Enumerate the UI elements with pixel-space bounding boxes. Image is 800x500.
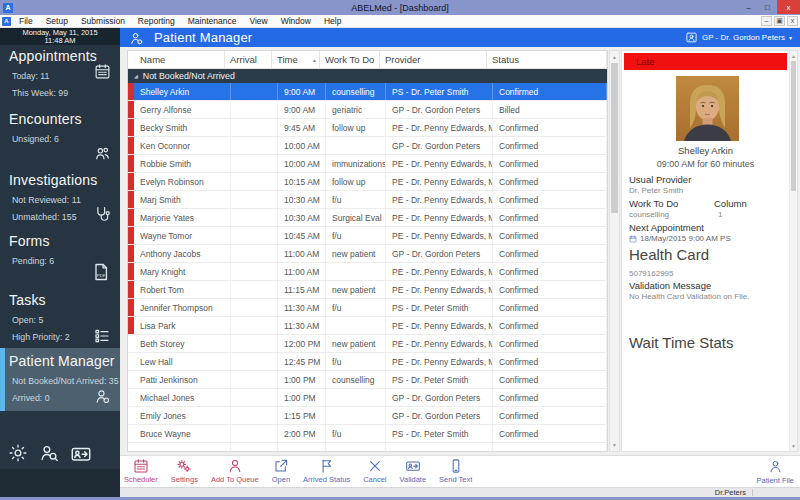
toolbar-validate-button[interactable]: Validate	[400, 458, 427, 484]
cell-status: Confirmed	[493, 317, 607, 334]
column-header-work-to-do[interactable]: Work To Do	[320, 51, 380, 68]
sidebar-item-investigations[interactable]: InvestigationsNot Reviewed: 11Unmatched:…	[0, 172, 120, 222]
menu-setup[interactable]: Setup	[46, 16, 68, 26]
detail-scrollbar[interactable]: ▲ ▼	[789, 51, 797, 451]
table-row[interactable]: Evelyn Robinson10:15 AMfollow upPE - Dr.…	[128, 173, 607, 191]
cell-arrival	[231, 227, 278, 244]
sidebar-item-encounters[interactable]: EncountersUnsigned: 6	[0, 111, 120, 144]
toolbar-button-label: Open	[272, 475, 290, 484]
cell-arrival	[231, 191, 278, 208]
cell-work-to-do: immunizations	[326, 155, 386, 172]
cell-status: Billed	[493, 101, 607, 118]
toolbar-cancel-button[interactable]: Cancel	[363, 458, 386, 484]
patient-manager-icon	[129, 29, 144, 47]
table-row[interactable]: Michael Jones1:00 PMGP - Dr. Gordon Pete…	[128, 389, 607, 407]
cell-time: 9:00 AM	[278, 101, 326, 118]
detail-scroll-up-icon[interactable]: ▲	[790, 53, 797, 59]
cell-work-to-do: f/u	[326, 353, 386, 370]
cell-arrival	[231, 389, 278, 406]
menu-reporting[interactable]: Reporting	[138, 16, 175, 26]
scroll-thumb[interactable]	[611, 63, 618, 213]
minimize-button[interactable]: –	[739, 0, 758, 14]
detail-scroll-thumb[interactable]	[791, 61, 796, 191]
table-row[interactable]: Robbie Smith10:00 AMimmunizationsPE - Dr…	[128, 155, 607, 173]
column-header-time[interactable]: Time▴	[272, 51, 320, 68]
column-header-status[interactable]: Status	[487, 51, 607, 68]
menu-submission[interactable]: Submission	[81, 16, 125, 26]
table-row[interactable]: Marj Smith10:30 AMf/uPE - Dr. Penny Edwa…	[128, 191, 607, 209]
table-row[interactable]: Becky Smith9:45 AMfollow upPE - Dr. Penn…	[128, 119, 607, 137]
menu-view[interactable]: View	[249, 16, 267, 26]
scroll-down-icon[interactable]: ▼	[610, 442, 619, 448]
cell-provider: PS - Dr. Peter Smith	[386, 425, 493, 442]
cell-name: Michael Jones	[134, 389, 231, 406]
table-row[interactable]: Beth Storey12:00 PMnew patientPE - Dr. P…	[128, 335, 607, 353]
cell-name: Patti Jenkinson	[134, 371, 231, 388]
detail-scroll-down-icon[interactable]: ▼	[790, 443, 797, 449]
table-row[interactable]: Patti Jenkinson1:00 PMcounsellingPS - Dr…	[128, 371, 607, 389]
column-label: Column	[714, 198, 747, 209]
sidebar-item-appointments[interactable]: AppointmentsToday: 11This Week: 99	[0, 48, 120, 98]
cell-arrival	[231, 443, 278, 452]
sidebar-bottom-bar	[0, 469, 120, 497]
column-header-name[interactable]: Name	[128, 51, 225, 68]
sidebar-settings-button[interactable]	[8, 443, 28, 465]
mdi-restore-button[interactable]: ▣	[774, 16, 785, 26]
table-row[interactable]: Anthony Jacobs11:00 AMnew patientGP - Dr…	[128, 245, 607, 263]
id-card-icon	[405, 458, 421, 474]
cell-work-to-do: Surgical Eval	[326, 209, 386, 226]
table-row[interactable]: Lew Hall12:45 PMf/uPE - Dr. Penny Edward…	[128, 353, 607, 371]
table-row[interactable]: Lisa Park11:30 AMPE - Dr. Penny Edwards,…	[128, 317, 607, 335]
cell-time: 1:15 PM	[278, 407, 326, 424]
sidebar-item-forms[interactable]: FormsPending: 6PDF	[0, 233, 120, 266]
table-row[interactable]: Robert Tom11:15 AMnew patientPE - Dr. Pe…	[128, 281, 607, 299]
grid-group-header[interactable]: ◢ Not Booked/Not Arrived	[128, 69, 607, 83]
table-row[interactable]: Mary Knight11:00 AMPE - Dr. Penny Edward…	[128, 263, 607, 281]
toolbar-scheduler-button[interactable]: Scheduler	[124, 458, 158, 484]
mdi-minimize-button[interactable]: –	[761, 16, 772, 26]
open-external-icon	[273, 458, 289, 474]
restore-button[interactable]: □	[758, 0, 777, 14]
menu-maintenance[interactable]: Maintenance	[188, 16, 237, 26]
cell-status: Confirmed	[493, 353, 607, 370]
toolbar-arrived-status-button[interactable]: Arrived Status	[303, 458, 350, 484]
toolbar-open-button[interactable]: Open	[272, 458, 290, 484]
cell-work-to-do	[326, 137, 386, 154]
column-header-arrival[interactable]: Arrival	[225, 51, 272, 68]
sidebar-section-stat: Open: 5	[0, 315, 120, 325]
cell-provider: PS - Dr. Peter Smith	[386, 371, 493, 388]
cell-provider: PE - Dr. Penny Edwards, MD	[386, 191, 493, 208]
patient-grid-rows: Shelley Arkin9:00 AMcounsellingPS - Dr. …	[128, 83, 607, 452]
sidebar-patient-search-button[interactable]	[39, 443, 59, 465]
provider-picker[interactable]: GP - Dr. Gordon Peters ▾	[685, 31, 792, 44]
toolbar-button-label: Add To Queue	[211, 475, 259, 484]
table-row[interactable]: Ken Oconnor10:00 AMGP - Dr. Gordon Peter…	[128, 137, 607, 155]
table-row[interactable]: Emily Jones1:15 PMGP - Dr. Gordon Peters…	[128, 407, 607, 425]
mdi-close-button[interactable]: x	[787, 16, 798, 26]
table-row[interactable]: Jennifer Thompson11:30 AMf/uPS - Dr. Pet…	[128, 299, 607, 317]
patient-file-button[interactable]: Patient File	[756, 457, 794, 485]
toolbar-add-to-queue-button[interactable]: Add To Queue	[211, 458, 259, 484]
patient-photo	[676, 76, 739, 141]
menu-window[interactable]: Window	[281, 16, 311, 26]
cell-provider: PE - Dr. Penny Edwards, MD	[386, 281, 493, 298]
cell-work-to-do	[326, 389, 386, 406]
table-row[interactable]: Marjorie Yates10:30 AMSurgical EvalPE - …	[128, 209, 607, 227]
scroll-up-icon[interactable]: ▲	[610, 54, 619, 60]
grid-scrollbar[interactable]: ▲ ▼	[609, 50, 620, 452]
table-row[interactable]: Wayne Tomor10:45 AMf/uPE - Dr. Penny Edw…	[128, 227, 607, 245]
table-row[interactable]	[128, 443, 607, 452]
sidebar-item-patient-manager[interactable]: Patient ManagerNot Booked/Not Arrived: 3…	[0, 348, 120, 411]
close-button[interactable]: x	[777, 0, 800, 14]
menu-help[interactable]: Help	[324, 16, 341, 26]
table-row[interactable]: Bruce Wayne2:00 PMf/uPS - Dr. Peter Smit…	[128, 425, 607, 443]
column-header-provider[interactable]: Provider	[380, 51, 487, 68]
cell-status: Confirmed	[493, 281, 607, 298]
menu-file[interactable]: File	[19, 16, 33, 26]
toolbar-settings-button[interactable]: Settings	[171, 458, 198, 484]
sidebar-item-tasks[interactable]: TasksOpen: 5High Priority: 2	[0, 292, 120, 342]
toolbar-send-text-button[interactable]: Send Text	[439, 458, 472, 484]
sidebar-validate-card-button[interactable]	[70, 443, 92, 465]
table-row[interactable]: Shelley Arkin9:00 AMcounsellingPS - Dr. …	[128, 83, 607, 101]
table-row[interactable]: Gerry Alfonse9:00 AMgeriatricGP - Dr. Go…	[128, 101, 607, 119]
